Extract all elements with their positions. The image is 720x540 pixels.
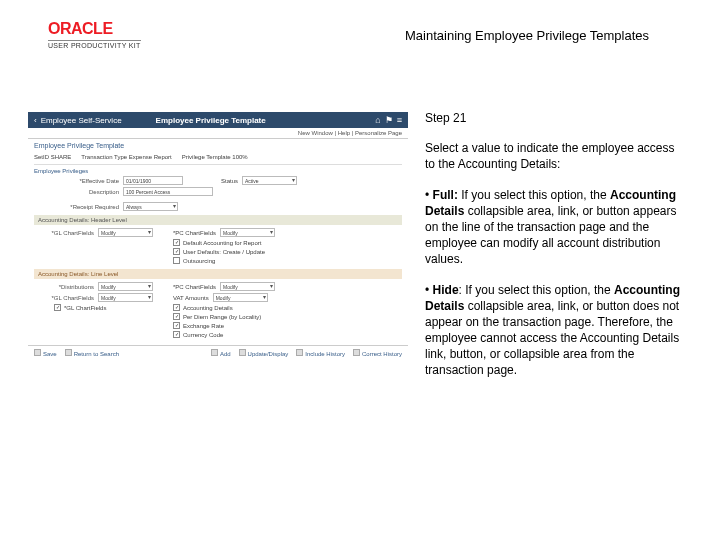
return-icon (65, 349, 72, 356)
pc-select: Modify (220, 228, 275, 237)
checkbox-icon (173, 331, 180, 338)
eff-date-input: 01/01/1900 (123, 176, 183, 185)
ck1-label: Default Accounting for Report (183, 240, 261, 246)
doc-title: Maintaining Employee Privilege Templates (405, 28, 649, 43)
update-link: Update/Display (239, 349, 289, 357)
status-select: Active (242, 176, 297, 185)
gl-select: Modify (98, 228, 153, 237)
checkbox-icon (173, 313, 180, 320)
correct-icon (353, 349, 360, 356)
hide-option-text: • Hide: If you select this option, the A… (425, 282, 685, 379)
correct-link: Correct History (353, 349, 402, 357)
status-label: Status (221, 178, 238, 184)
app-titlebar: ‹ Employee Self-Service Employee Privile… (28, 112, 408, 128)
add-link: Add (211, 349, 231, 357)
vat-label: VAT Amounts (173, 295, 209, 301)
subheader-links: New Window | Help | Personalize Page (28, 128, 408, 139)
receipt-label: *Receipt Required (34, 204, 119, 210)
trans-type-field: Transaction Type Expense Report (81, 154, 171, 160)
distrib-label: *Distributions (34, 284, 94, 290)
back-icon: ‹ (34, 116, 37, 125)
history-link: Include History (296, 349, 345, 357)
history-icon (296, 349, 303, 356)
return-link: Return to Search (65, 349, 119, 357)
line-gl-label: *GL ChartFields (34, 295, 94, 301)
action-footer: Save Return to Search Add Update/Display… (28, 345, 408, 360)
distrib-select: Modify (98, 282, 153, 291)
checkbox-icon (173, 239, 180, 246)
ck7-label: Currency Code (183, 332, 223, 338)
checkbox-icon (173, 322, 180, 329)
desc-label: Description (34, 189, 119, 195)
setid-field: SetID SHARE (34, 154, 71, 160)
header-info-row: SetID SHARE Transaction Type Expense Rep… (28, 152, 408, 162)
checkbox-icon (54, 304, 61, 311)
page-breadcrumb: Employee Privilege Template (28, 139, 408, 152)
menu-icon: ≡ (397, 115, 402, 125)
save-icon (34, 349, 41, 356)
employee-privileges-section: Employee Privileges *Effective Date 01/0… (34, 164, 402, 212)
full-option-text: • Full: If you select this option, the A… (425, 187, 685, 268)
logo-product: USER PRODUCTIVITY KIT (48, 40, 141, 49)
eff-date-label: *Effective Date (34, 178, 119, 184)
ck6-label: Exchange Rate (183, 323, 224, 329)
step-label: Step 21 (425, 110, 685, 126)
checkbox-icon (173, 257, 180, 264)
ck3-label: Outsourcing (183, 258, 215, 264)
flag-icon: ⚑ (385, 115, 393, 125)
checkbox-icon (173, 248, 180, 255)
app-title: Employee Privilege Template (156, 116, 266, 125)
header-level-banner: Accounting Details: Header Level (34, 215, 402, 225)
save-link: Save (34, 349, 57, 357)
home-icon: ⌂ (375, 115, 380, 125)
gl-check-label: *GL ChartFields (64, 305, 106, 311)
section-heading: Employee Privileges (34, 167, 402, 175)
gl-label: *GL ChartFields (34, 230, 94, 236)
line-level-banner: Accounting Details: Line Level (34, 269, 402, 279)
desc-input: 100 Percent Access (123, 187, 213, 196)
logo-brand: ORACLE (48, 20, 141, 38)
ck4-label: Accounting Details (183, 305, 233, 311)
nav-back-label: Employee Self-Service (41, 116, 122, 125)
receipt-select: Always (123, 202, 178, 211)
pc-label: *PC ChartFields (173, 230, 216, 236)
add-icon (211, 349, 218, 356)
line-pc-select: Modify (220, 282, 275, 291)
line-gl-select: Modify (98, 293, 153, 302)
checkbox-icon (173, 304, 180, 311)
line-pc-label: *PC ChartFields (173, 284, 216, 290)
intro-text: Select a value to indicate the employee … (425, 140, 685, 172)
template-field: Privilege Template 100% (182, 154, 248, 160)
oracle-logo: ORACLE USER PRODUCTIVITY KIT (48, 20, 141, 49)
update-icon (239, 349, 246, 356)
instruction-panel: Step 21 Select a value to indicate the e… (425, 110, 685, 393)
app-screenshot: ‹ Employee Self-Service Employee Privile… (28, 112, 408, 382)
ck5-label: Per Diem Range (by Locality) (183, 314, 261, 320)
vat-select: Modify (213, 293, 268, 302)
ck2-label: User Defaults: Create / Update (183, 249, 265, 255)
